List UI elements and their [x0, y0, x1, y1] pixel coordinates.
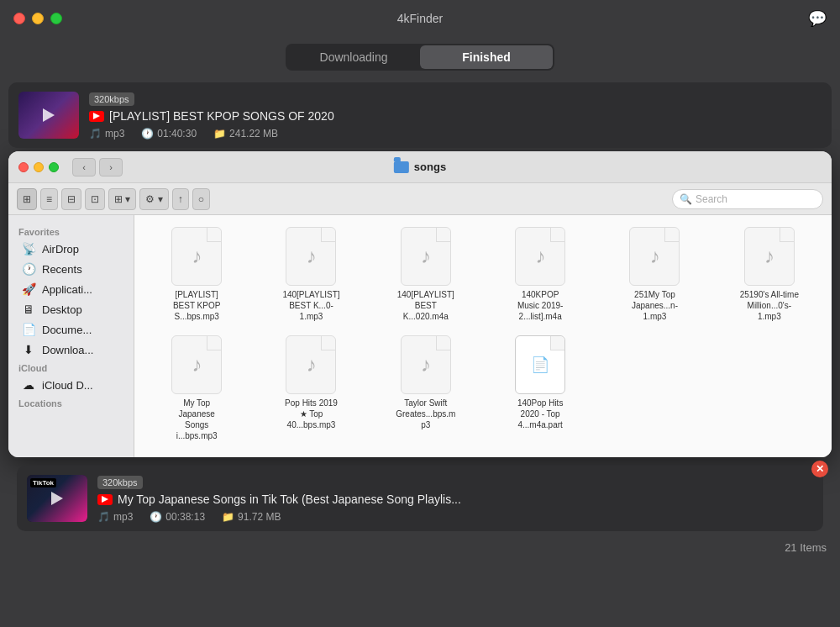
format-icon-1: 🎵	[89, 128, 102, 140]
file-item-1[interactable]: ♪ [PLAYLIST] BEST KPOP S...bps.mp3	[143, 224, 250, 325]
minimize-button[interactable]	[32, 13, 44, 24]
gear-button[interactable]: ⚙ ▾	[139, 188, 168, 210]
youtube-icon-1	[89, 111, 104, 122]
view-cover-button[interactable]: ⊡	[85, 188, 105, 210]
file-name-10: 140Pop Hits 2020 - Top 4...m4a.part	[510, 398, 570, 430]
cancel-download-button[interactable]: ✕	[811, 461, 828, 477]
doc-icon-10: 📄	[531, 356, 549, 374]
forward-button[interactable]: ›	[99, 158, 123, 177]
file-icon-9: ♪	[401, 335, 451, 394]
file-item-8[interactable]: ♪ Pop Hits 2019 ★ Top 40...bps.mp3	[257, 332, 365, 445]
finder-content: Favorites 📡 AirDrop 🕐 Recents 🚀 Applicat…	[8, 215, 832, 457]
finder-sidebar: Favorites 📡 AirDrop 🕐 Recents 🚀 Applicat…	[8, 215, 134, 457]
sidebar-item-downloads[interactable]: ⬇ Downloa...	[12, 340, 130, 360]
music-note-icon-6: ♪	[764, 245, 774, 268]
share-button[interactable]: ↑	[172, 188, 189, 210]
file-icon-4: ♪	[515, 227, 565, 286]
back-button[interactable]: ‹	[72, 158, 96, 177]
file-item-9[interactable]: ♪ Taylor Swift Greates...bps.mp3	[372, 332, 480, 445]
file-item-7[interactable]: ♪ My Top Japanese Songs i...bps.mp3	[143, 332, 250, 445]
download-info-1: 320kbps [PLAYLIST] BEST KPOP SONGS OF 20…	[89, 91, 822, 140]
sidebar-item-recents[interactable]: 🕐 Recents	[12, 259, 130, 279]
download-meta-2: 🎵 mp3 🕐 00:38:13 📁 91.72 MB	[97, 511, 813, 523]
thumb-image-2: TikTok	[27, 475, 87, 522]
duration-meta-2: 🕐 00:38:13	[150, 511, 205, 523]
size-meta-2: 📁 91.72 MB	[222, 511, 281, 523]
finder-titlebar: ‹ › songs	[8, 151, 832, 183]
youtube-icon-2	[97, 494, 113, 505]
clock-icon-1: 🕐	[141, 128, 154, 140]
folder-icon	[394, 161, 409, 173]
icloud-label: iCloud	[8, 360, 134, 375]
sidebar-item-desktop[interactable]: 🖥 Desktop	[12, 299, 130, 319]
file-item-5[interactable]: ♪ 251My Top Japanes...n-1.mp3	[601, 224, 708, 325]
file-name-5: 251My Top Japanes...n-1.mp3	[624, 289, 685, 322]
file-icon-10: 📄	[515, 335, 565, 394]
search-box[interactable]: 🔍 Search	[672, 189, 823, 209]
file-item-2[interactable]: ♪ 140[PLAYLIST] BEST K...0-1.mp3	[257, 224, 365, 325]
sidebar-item-airdrop[interactable]: 📡 AirDrop	[12, 239, 130, 259]
file-icon-7: ♪	[171, 335, 222, 394]
icloud-icon: ☁	[22, 378, 35, 392]
download-title-1: [PLAYLIST] BEST KPOP SONGS OF 2020	[89, 109, 822, 123]
app-title: 4kFinder	[397, 12, 443, 25]
tab-downloading[interactable]: Downloading	[287, 45, 420, 69]
file-item-3[interactable]: ♪ 140[PLAYLIST] BEST K...020.m4a	[372, 224, 480, 325]
format-meta-2: 🎵 mp3	[97, 511, 133, 523]
play-icon	[43, 108, 55, 122]
folder-name: songs	[414, 161, 446, 173]
music-note-icon-2: ♪	[306, 245, 316, 268]
file-name-8: Pop Hits 2019 ★ Top 40...bps.mp3	[281, 398, 341, 430]
file-icon-3: ♪	[401, 227, 451, 286]
download-item-2: TikTok 320kbps My Top Japanese Songs in …	[17, 466, 823, 531]
finder-close[interactable]	[18, 162, 29, 172]
file-item-10[interactable]: 📄 140Pop Hits 2020 - Top 4...m4a.part	[486, 332, 594, 445]
download-item-1: 320kbps [PLAYLIST] BEST KPOP SONGS OF 20…	[8, 82, 832, 148]
finder-traffic-lights	[18, 162, 59, 172]
file-name-3: 140[PLAYLIST] BEST K...020.m4a	[396, 289, 456, 322]
view-grid-button[interactable]: ⊞	[17, 188, 37, 210]
tab-group: Downloading Finished	[286, 44, 554, 71]
chat-icon[interactable]: 💬	[808, 9, 827, 28]
folder-icon-1: 📁	[213, 128, 226, 140]
file-icon-5: ♪	[629, 227, 680, 286]
tags-button[interactable]: ○	[192, 188, 210, 210]
finder-window: ‹ › songs ⊞ ≡ ⊟ ⊡ ⊞ ▾ ⚙ ▾ ↑ ○ 🔍 Search F…	[8, 151, 832, 457]
bottom-section: TikTok 320kbps My Top Japanese Songs in …	[0, 461, 840, 538]
finder-files: ♪ [PLAYLIST] BEST KPOP S...bps.mp3 ♪ 140…	[134, 215, 832, 457]
download-meta-1: 🎵 mp3 🕐 01:40:30 📁 241.22 MB	[89, 128, 822, 140]
airdrop-label: AirDrop	[42, 243, 79, 256]
finder-minimize[interactable]	[34, 162, 44, 172]
applications-label: Applicati...	[42, 283, 92, 296]
sidebar-item-documents[interactable]: 📄 Docume...	[12, 319, 130, 340]
download-info-2: 320kbps My Top Japanese Songs in Tik Tok…	[97, 474, 813, 523]
close-button[interactable]	[13, 13, 25, 24]
file-icon-6: ♪	[744, 227, 795, 286]
file-icon-2: ♪	[286, 227, 336, 286]
tab-finished[interactable]: Finished	[420, 45, 553, 69]
view-group-button[interactable]: ⊞ ▾	[108, 188, 136, 210]
view-columns-button[interactable]: ⊟	[61, 188, 81, 210]
file-item-4[interactable]: ♪ 140KPOP Music 2019-2...list].m4a	[486, 224, 594, 325]
downloads-icon: ⬇	[22, 343, 35, 356]
tab-bar: Downloading Finished	[0, 37, 840, 82]
sidebar-item-icloud[interactable]: ☁ iCloud D...	[12, 375, 130, 395]
finder-maximize[interactable]	[49, 162, 59, 172]
sidebar-item-applications[interactable]: 🚀 Applicati...	[12, 279, 130, 299]
view-list-button[interactable]: ≡	[40, 188, 58, 210]
items-count: 21 Items	[785, 541, 827, 554]
folder-icon-2: 📁	[222, 511, 234, 523]
kbps-badge-2: 320kbps	[97, 476, 143, 489]
file-icon-8: ♪	[286, 335, 336, 394]
format-icon-2: 🎵	[97, 511, 110, 523]
file-item-6[interactable]: ♪ 25190's All-time Million...0's-1.mp3	[716, 224, 823, 325]
desktop-label: Desktop	[42, 303, 82, 316]
file-name-7: My Top Japanese Songs i...bps.mp3	[166, 398, 227, 441]
music-note-icon-5: ♪	[649, 245, 659, 268]
file-name-9: Taylor Swift Greates...bps.mp3	[396, 398, 456, 430]
downloads-label: Downloa...	[42, 344, 93, 356]
recents-label: Recents	[42, 263, 82, 276]
file-name-2: 140[PLAYLIST] BEST K...0-1.mp3	[281, 289, 341, 322]
maximize-button[interactable]	[50, 13, 62, 24]
icloud-label: iCloud D...	[42, 379, 93, 392]
